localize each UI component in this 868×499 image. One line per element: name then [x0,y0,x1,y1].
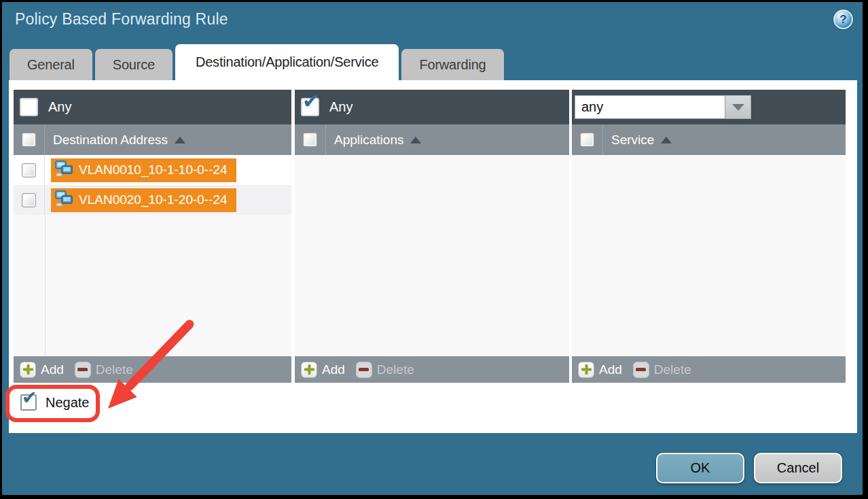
sort-ascending-icon[interactable] [410,137,421,143]
tab-source[interactable]: Source [95,49,173,80]
destination-any-label: Any [48,99,71,115]
destination-footer: Add Delete [14,356,291,383]
minus-icon [75,362,91,378]
address-object-icon [55,190,73,210]
tab-bar: General Source Destination/Application/S… [10,44,504,80]
table-row[interactable]: VLAN0010_10-1-10-0--24 [14,155,291,185]
applications-any-checkbox[interactable] [301,98,319,116]
dialog-title: Policy Based Forwarding Rule [15,10,228,29]
service-dropdown[interactable]: any [575,95,751,119]
applications-panel: Any Applications Add D [295,90,569,383]
sort-ascending-icon[interactable] [175,137,185,143]
applications-list [295,155,569,356]
destination-panel: Any Destination Address [14,90,291,383]
ok-button[interactable]: OK [656,453,744,483]
address-object-label: VLAN0010_10-1-10-0--24 [79,162,228,177]
tab-destination-application-service[interactable]: Destination/Application/Service [175,44,399,80]
table-row[interactable]: VLAN0020_10-1-20-0--24 [14,185,291,215]
applications-select-all-checkbox[interactable] [303,133,317,147]
minus-icon [633,362,649,378]
applications-any-row: Any [295,90,569,124]
negate-label: Negate [46,395,90,411]
cancel-button[interactable]: Cancel [754,453,842,483]
delete-button[interactable]: Delete [633,362,691,378]
tab-content: Any Destination Address [9,80,857,433]
service-any-row: any [572,90,846,124]
plus-icon [20,362,36,378]
address-object-label: VLAN0020_10-1-20-0--24 [79,192,228,207]
address-object-icon [55,160,73,180]
tab-general[interactable]: General [10,49,92,80]
destination-column-header: Destination Address [14,124,291,155]
add-button[interactable]: Add [301,362,345,378]
sort-ascending-icon[interactable] [661,137,672,143]
service-select-all-checkbox[interactable] [580,133,594,147]
applications-any-label: Any [329,99,352,115]
service-column-header: Service [572,124,846,155]
chevron-down-icon[interactable] [725,95,751,119]
negate-row: Negate [20,394,90,411]
service-panel: any Service Add [572,90,846,383]
plus-icon [301,362,317,378]
applications-column-title[interactable]: Applications [334,133,403,148]
negate-checkbox[interactable] [20,394,37,411]
delete-button[interactable]: Delete [356,362,414,378]
minus-icon [356,362,372,378]
address-object-chip[interactable]: VLAN0010_10-1-10-0--24 [51,158,236,182]
row-checkbox[interactable] [22,163,36,177]
add-button[interactable]: Add [20,362,64,378]
address-object-chip[interactable]: VLAN0020_10-1-20-0--24 [51,188,236,212]
applications-column-header: Applications [295,124,569,155]
policy-based-forwarding-dialog: Policy Based Forwarding Rule ? General S… [0,0,868,499]
destination-any-row: Any [14,90,291,124]
tab-forwarding[interactable]: Forwarding [401,49,503,80]
destination-select-all-checkbox[interactable] [22,133,36,147]
service-list [572,155,846,356]
destination-column-title[interactable]: Destination Address [53,133,168,148]
destination-any-checkbox[interactable] [20,98,38,116]
delete-button[interactable]: Delete [75,362,133,378]
service-dropdown-value[interactable]: any [575,95,725,119]
destination-list: VLAN0010_10-1-10-0--24 [14,155,291,356]
plus-icon [578,362,594,378]
help-icon[interactable]: ? [833,10,853,29]
service-column-title[interactable]: Service [611,133,654,148]
add-button[interactable]: Add [578,362,622,378]
service-footer: Add Delete [572,356,846,383]
row-checkbox[interactable] [22,193,36,207]
applications-footer: Add Delete [295,356,569,383]
